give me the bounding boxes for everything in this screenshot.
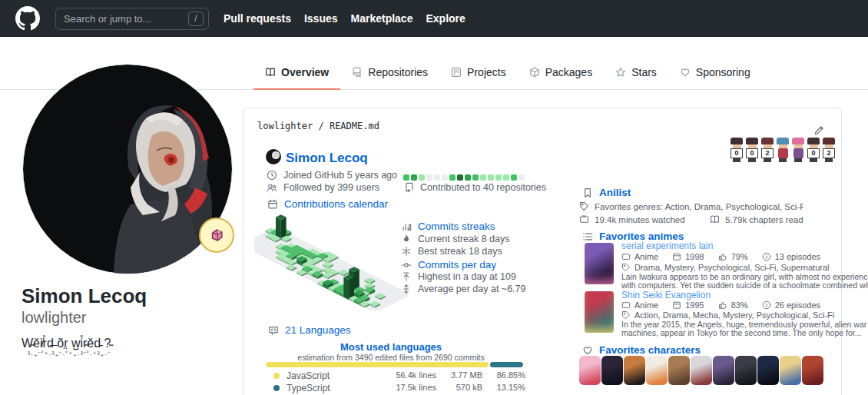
language-row-typescript: TypeScript 17.5k lines 570 kB 13.15% — [266, 383, 525, 395]
anime-cover-lain[interactable] — [585, 243, 614, 284]
language-name: TypeScript — [287, 383, 330, 393]
anime-score: 79% — [731, 252, 748, 261]
flame-icon — [401, 234, 412, 244]
tab-stars[interactable]: Stars — [604, 54, 668, 90]
character-avatar[interactable] — [601, 356, 623, 385]
tab-sponsoring[interactable]: Sponsoring — [668, 54, 762, 90]
pixel-character: 2 — [760, 138, 774, 162]
calendar-icon — [267, 199, 278, 210]
readme-user-name[interactable]: Simon Lecoq — [286, 151, 368, 166]
language-bar-segment — [266, 362, 489, 367]
most-used-languages-title: Most used languages — [256, 341, 526, 353]
contribution-square — [419, 174, 425, 181]
language-size: 570 kB — [440, 383, 482, 392]
highest-day-text: Highest in a day at 109 — [418, 271, 516, 282]
contribution-square — [511, 174, 517, 181]
slash-key-hint: / — [188, 12, 204, 26]
tab-repositories[interactable]: Repositories — [340, 54, 439, 90]
character-avatar[interactable] — [691, 356, 712, 385]
contributions-calendar-link[interactable]: Contributions calendar — [284, 198, 388, 210]
profile-status-badge[interactable] — [199, 217, 234, 253]
profile-login: lowlighter — [22, 309, 86, 327]
language-dot — [273, 373, 280, 379]
character-avatar[interactable] — [757, 356, 779, 385]
chapters-read-row: 5.79k chapters read — [710, 214, 803, 224]
tab-label: Stars — [631, 66, 657, 78]
heart-icon — [680, 67, 691, 78]
asterisk-icon — [401, 246, 412, 257]
language-size: 3.77 MB — [440, 370, 482, 380]
info-circle-icon — [762, 300, 771, 310]
average-day-text: Average per day at ~6.79 — [418, 284, 526, 294]
contribution-square — [495, 174, 502, 181]
anime-title-evangelion[interactable]: Shin Seiki Evangelion — [621, 290, 711, 300]
character-avatar[interactable] — [780, 356, 801, 385]
commits-per-day-link[interactable]: Commits per day — [418, 259, 496, 271]
best-streak-text: Best streak 18 days — [418, 246, 502, 257]
language-percent: 86.85% — [487, 370, 525, 380]
profile-bio-glitch-text: ³·₊¨˚⁺·³₊¨·˚⁺₊·³¨˚·⁺³₊·¨ — [28, 350, 111, 358]
anilist-link[interactable]: Anilist — [599, 187, 631, 198]
anime-title-lain[interactable]: serial experiments lain — [621, 241, 713, 251]
thumbsup-icon — [718, 252, 727, 261]
character-avatar[interactable] — [668, 356, 690, 385]
tab-label: Packages — [545, 66, 592, 78]
tv-icon — [621, 300, 631, 310]
heart-icon — [582, 345, 593, 356]
github-profile-page: / Pull requests Issues Marketplace Explo… — [0, 0, 868, 395]
tv-icon — [579, 214, 589, 224]
readme-path: lowlighter / README.md — [257, 121, 379, 131]
anime-cover-evangelion[interactable] — [585, 291, 614, 333]
nav-explore[interactable]: Explore — [426, 12, 465, 25]
profile-name: Simon Lecoq — [22, 284, 147, 308]
contribution-square — [488, 174, 494, 181]
most-used-languages-link[interactable]: Most used languages — [340, 341, 442, 353]
clock-icon — [267, 170, 277, 181]
language-row-javascript: JavaScript 56.4k lines 3.77 MB 86.85% — [266, 370, 525, 383]
edit-pencil-icon[interactable] — [813, 125, 824, 136]
character-avatar[interactable] — [646, 356, 668, 385]
commits-per-day-row: Commits per day — [401, 259, 496, 271]
language-lines: 56.4k lines — [375, 370, 436, 380]
calendar-icon — [672, 252, 681, 261]
readme-mini-avatar — [266, 149, 281, 164]
character-avatar[interactable] — [735, 356, 757, 385]
commits-streaks-link[interactable]: Commits streaks — [418, 221, 495, 232]
minutes-watched-text: 19.4k minutes watched — [595, 215, 685, 224]
pixel-sign-digit: 2 — [761, 148, 774, 158]
pixel-sign-digit: 0 — [746, 148, 758, 158]
tab-projects[interactable]: Projects — [439, 54, 518, 90]
calendar-icon — [672, 300, 681, 310]
tab-packages[interactable]: Packages — [518, 54, 604, 90]
favorite-genres-row: Favorites genres: Action, Drama, Psychol… — [579, 201, 803, 211]
arrow-up-icon — [401, 271, 412, 282]
anime-genres-text: Drama, Mystery, Psychological, Sci-Fi, S… — [634, 263, 830, 272]
languages-count-link[interactable]: 21 Languages — [285, 324, 351, 336]
character-avatar[interactable] — [713, 356, 734, 385]
tab-overview[interactable]: Overview — [253, 54, 340, 90]
tag-icon — [621, 310, 631, 320]
bookmark-icon — [582, 188, 593, 198]
character-avatar[interactable] — [579, 356, 601, 385]
nav-marketplace[interactable]: Marketplace — [351, 12, 413, 25]
nav-issues[interactable]: Issues — [304, 12, 338, 25]
favorites-characters-link[interactable]: Favorites characters — [599, 344, 701, 356]
favorite-characters-row — [579, 356, 824, 388]
contribution-square — [411, 174, 417, 181]
contribution-square — [518, 174, 525, 181]
contribution-square — [426, 174, 432, 181]
pixel-sign-digit: 2 — [823, 148, 835, 158]
github-logo-icon[interactable] — [15, 6, 40, 31]
anime-genres-text: Action, Drama, Mecha, Mystery, Psycholog… — [634, 310, 834, 320]
language-bar-segment — [490, 362, 523, 367]
package-icon — [529, 67, 540, 78]
contribution-square — [434, 174, 440, 181]
people-icon — [267, 182, 277, 193]
character-avatar[interactable] — [802, 356, 823, 385]
search-box[interactable]: / — [55, 8, 209, 30]
search-input[interactable] — [64, 13, 188, 25]
nav-pull-requests[interactable]: Pull requests — [224, 12, 291, 25]
character-avatar[interactable] — [624, 356, 645, 385]
favorites-characters-heading-row: Favorites characters — [582, 344, 701, 356]
language-lines: 17.5k lines — [375, 383, 436, 392]
